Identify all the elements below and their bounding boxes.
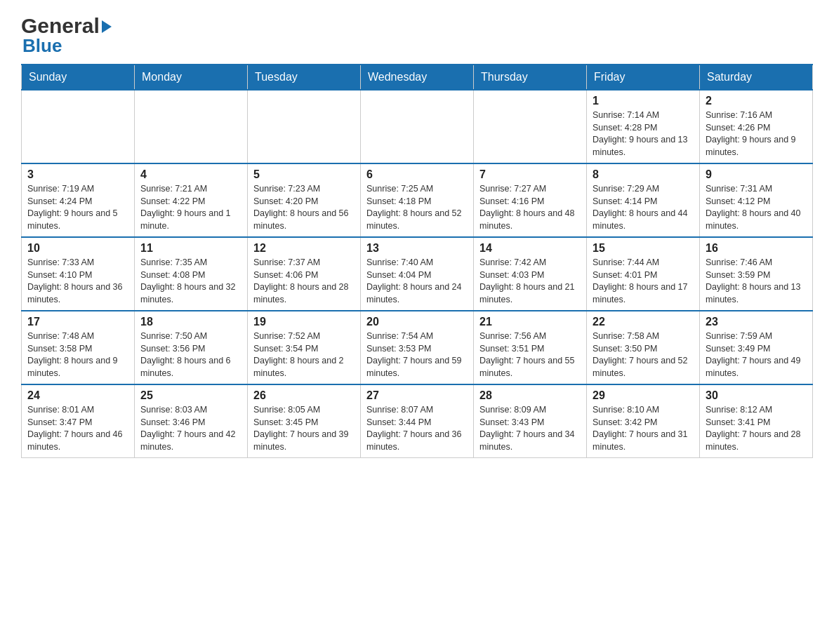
- calendar-cell: 18Sunrise: 7:50 AMSunset: 3:56 PMDayligh…: [135, 311, 248, 384]
- calendar-cell: 16Sunrise: 7:46 AMSunset: 3:59 PMDayligh…: [700, 237, 813, 311]
- day-info: Sunrise: 7:56 AMSunset: 3:51 PMDaylight:…: [479, 330, 581, 380]
- day-number: 1: [593, 95, 694, 107]
- day-info: Sunrise: 7:31 AMSunset: 4:12 PMDaylight:…: [706, 183, 807, 232]
- calendar-cell: 15Sunrise: 7:44 AMSunset: 4:01 PMDayligh…: [587, 237, 700, 311]
- logo-general: General: [21, 14, 100, 38]
- day-info: Sunrise: 8:03 AMSunset: 3:46 PMDaylight:…: [140, 404, 241, 453]
- day-number: 23: [706, 316, 807, 328]
- day-number: 5: [253, 168, 355, 181]
- calendar-week-2: 3Sunrise: 7:19 AMSunset: 4:24 PMDaylight…: [22, 163, 813, 237]
- day-number: 28: [479, 389, 581, 402]
- weekday-header-thursday: Thursday: [474, 65, 587, 90]
- weekday-header-friday: Friday: [587, 65, 700, 90]
- calendar-cell: 30Sunrise: 8:12 AMSunset: 3:41 PMDayligh…: [700, 384, 813, 458]
- day-number: 12: [253, 242, 355, 255]
- calendar-cell: 8Sunrise: 7:29 AMSunset: 4:14 PMDaylight…: [587, 163, 700, 237]
- day-info: Sunrise: 7:58 AMSunset: 3:50 PMDaylight:…: [593, 330, 694, 380]
- calendar-cell: 25Sunrise: 8:03 AMSunset: 3:46 PMDayligh…: [135, 384, 248, 458]
- day-number: 29: [593, 389, 694, 402]
- calendar-week-1: 1Sunrise: 7:14 AMSunset: 4:28 PMDaylight…: [22, 90, 813, 163]
- calendar-cell: 21Sunrise: 7:56 AMSunset: 3:51 PMDayligh…: [474, 311, 587, 384]
- day-number: 30: [706, 389, 807, 402]
- day-number: 18: [140, 316, 241, 328]
- day-info: Sunrise: 7:59 AMSunset: 3:49 PMDaylight:…: [706, 330, 807, 380]
- calendar-cell: 22Sunrise: 7:58 AMSunset: 3:50 PMDayligh…: [587, 311, 700, 384]
- day-number: 17: [27, 316, 128, 328]
- calendar-cell: 10Sunrise: 7:33 AMSunset: 4:10 PMDayligh…: [22, 237, 135, 311]
- calendar-cell: 17Sunrise: 7:48 AMSunset: 3:58 PMDayligh…: [22, 311, 135, 384]
- weekday-header-saturday: Saturday: [700, 65, 813, 90]
- day-number: 19: [253, 316, 355, 328]
- day-number: 14: [479, 242, 581, 255]
- day-info: Sunrise: 7:50 AMSunset: 3:56 PMDaylight:…: [140, 330, 241, 380]
- calendar-cell: 5Sunrise: 7:23 AMSunset: 4:20 PMDaylight…: [248, 163, 361, 237]
- day-info: Sunrise: 8:07 AMSunset: 3:44 PMDaylight:…: [366, 404, 468, 453]
- day-number: 16: [706, 242, 807, 255]
- calendar-cell: 29Sunrise: 8:10 AMSunset: 3:42 PMDayligh…: [587, 384, 700, 458]
- calendar-table: SundayMondayTuesdayWednesdayThursdayFrid…: [21, 64, 813, 458]
- calendar-cell: 12Sunrise: 7:37 AMSunset: 4:06 PMDayligh…: [248, 237, 361, 311]
- calendar-cell: 19Sunrise: 7:52 AMSunset: 3:54 PMDayligh…: [248, 311, 361, 384]
- day-number: 15: [593, 242, 694, 255]
- day-info: Sunrise: 8:01 AMSunset: 3:47 PMDaylight:…: [27, 404, 128, 453]
- day-info: Sunrise: 7:27 AMSunset: 4:16 PMDaylight:…: [479, 183, 581, 232]
- weekday-header-monday: Monday: [135, 65, 248, 90]
- day-number: 6: [366, 168, 468, 181]
- calendar-cell: 23Sunrise: 7:59 AMSunset: 3:49 PMDayligh…: [700, 311, 813, 384]
- day-number: 2: [706, 95, 807, 107]
- calendar-cell: [361, 90, 474, 163]
- logo-blue: Blue: [22, 35, 62, 57]
- day-number: 20: [366, 316, 468, 328]
- day-info: Sunrise: 8:09 AMSunset: 3:43 PMDaylight:…: [479, 404, 581, 453]
- day-number: 7: [479, 168, 581, 181]
- calendar-week-3: 10Sunrise: 7:33 AMSunset: 4:10 PMDayligh…: [22, 237, 813, 311]
- day-info: Sunrise: 7:33 AMSunset: 4:10 PMDaylight:…: [27, 257, 128, 306]
- day-info: Sunrise: 7:54 AMSunset: 3:53 PMDaylight:…: [366, 330, 468, 380]
- day-info: Sunrise: 8:10 AMSunset: 3:42 PMDaylight:…: [593, 404, 694, 453]
- day-number: 8: [593, 168, 694, 181]
- day-info: Sunrise: 7:35 AMSunset: 4:08 PMDaylight:…: [140, 257, 241, 306]
- calendar-cell: 7Sunrise: 7:27 AMSunset: 4:16 PMDaylight…: [474, 163, 587, 237]
- day-number: 25: [140, 389, 241, 402]
- calendar-cell: 14Sunrise: 7:42 AMSunset: 4:03 PMDayligh…: [474, 237, 587, 311]
- calendar-cell: 27Sunrise: 8:07 AMSunset: 3:44 PMDayligh…: [361, 384, 474, 458]
- day-number: 13: [366, 242, 468, 255]
- calendar-cell: 11Sunrise: 7:35 AMSunset: 4:08 PMDayligh…: [135, 237, 248, 311]
- day-info: Sunrise: 8:12 AMSunset: 3:41 PMDaylight:…: [706, 404, 807, 453]
- weekday-header-sunday: Sunday: [22, 65, 135, 90]
- calendar-cell: 6Sunrise: 7:25 AMSunset: 4:18 PMDaylight…: [361, 163, 474, 237]
- weekday-header-tuesday: Tuesday: [248, 65, 361, 90]
- day-info: Sunrise: 7:42 AMSunset: 4:03 PMDaylight:…: [479, 257, 581, 306]
- day-info: Sunrise: 7:14 AMSunset: 4:28 PMDaylight:…: [593, 109, 694, 159]
- day-info: Sunrise: 8:05 AMSunset: 3:45 PMDaylight:…: [253, 404, 355, 453]
- day-number: 22: [593, 316, 694, 328]
- day-info: Sunrise: 7:19 AMSunset: 4:24 PMDaylight:…: [27, 183, 128, 232]
- day-number: 11: [140, 242, 241, 255]
- day-info: Sunrise: 7:21 AMSunset: 4:22 PMDaylight:…: [140, 183, 241, 232]
- calendar-cell: 28Sunrise: 8:09 AMSunset: 3:43 PMDayligh…: [474, 384, 587, 458]
- calendar-week-5: 24Sunrise: 8:01 AMSunset: 3:47 PMDayligh…: [22, 384, 813, 458]
- calendar-cell: [22, 90, 135, 163]
- day-info: Sunrise: 7:37 AMSunset: 4:06 PMDaylight:…: [253, 257, 355, 306]
- calendar-cell: 4Sunrise: 7:21 AMSunset: 4:22 PMDaylight…: [135, 163, 248, 237]
- day-number: 27: [366, 389, 468, 402]
- calendar-cell: [248, 90, 361, 163]
- header: General Blue: [21, 14, 813, 57]
- calendar-cell: 26Sunrise: 8:05 AMSunset: 3:45 PMDayligh…: [248, 384, 361, 458]
- day-info: Sunrise: 7:44 AMSunset: 4:01 PMDaylight:…: [593, 257, 694, 306]
- calendar-cell: 13Sunrise: 7:40 AMSunset: 4:04 PMDayligh…: [361, 237, 474, 311]
- calendar-cell: 2Sunrise: 7:16 AMSunset: 4:26 PMDaylight…: [700, 90, 813, 163]
- calendar-cell: 9Sunrise: 7:31 AMSunset: 4:12 PMDaylight…: [700, 163, 813, 237]
- day-info: Sunrise: 7:29 AMSunset: 4:14 PMDaylight:…: [593, 183, 694, 232]
- day-number: 24: [27, 389, 128, 402]
- weekday-header-wednesday: Wednesday: [361, 65, 474, 90]
- day-info: Sunrise: 7:48 AMSunset: 3:58 PMDaylight:…: [27, 330, 128, 380]
- day-number: 4: [140, 168, 241, 181]
- day-number: 10: [27, 242, 128, 255]
- day-info: Sunrise: 7:46 AMSunset: 3:59 PMDaylight:…: [706, 257, 807, 306]
- day-info: Sunrise: 7:16 AMSunset: 4:26 PMDaylight:…: [706, 109, 807, 159]
- calendar-cell: 3Sunrise: 7:19 AMSunset: 4:24 PMDaylight…: [22, 163, 135, 237]
- calendar-cell: 24Sunrise: 8:01 AMSunset: 3:47 PMDayligh…: [22, 384, 135, 458]
- day-info: Sunrise: 7:23 AMSunset: 4:20 PMDaylight:…: [253, 183, 355, 232]
- calendar-week-4: 17Sunrise: 7:48 AMSunset: 3:58 PMDayligh…: [22, 311, 813, 384]
